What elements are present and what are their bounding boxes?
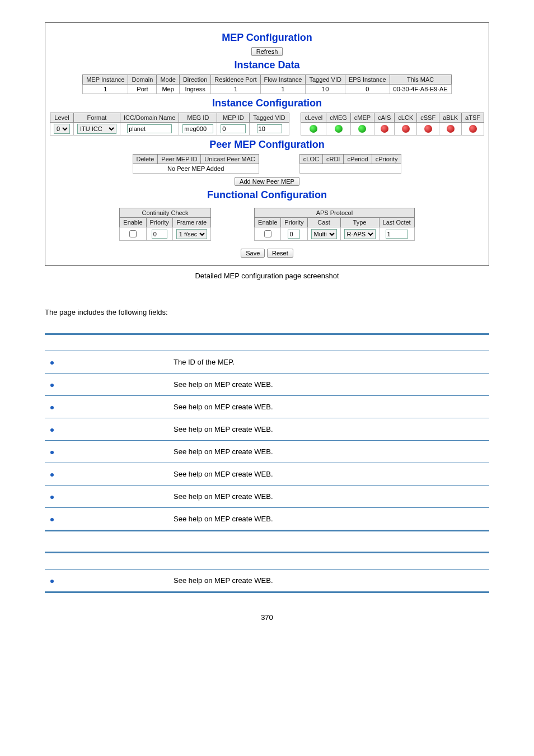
th: Delete [133, 155, 158, 164]
td: 00-30-4F-A8-E9-AE [390, 85, 451, 94]
aps-type-select[interactable]: R-APS [344, 229, 376, 239]
cmeg-dot [335, 125, 343, 133]
bullet-icon [50, 496, 54, 499]
aps-priority-input[interactable] [288, 230, 300, 239]
desc: See help on MEP create WEB. [168, 418, 489, 441]
instance-config-table: Level Format ICC/Domain Name MEG ID MEP … [50, 113, 484, 136]
cmep-dot [358, 125, 366, 133]
bullet-icon [50, 518, 54, 521]
aps-lastoctet-input[interactable] [386, 230, 408, 239]
td: 0 [345, 85, 390, 94]
bullet-icon [50, 473, 54, 477]
td: Port [128, 85, 157, 94]
instance-data-table: MEP Instance Domain Mode Direction Resid… [82, 74, 452, 94]
intro-text: The page includes the following fields: [45, 308, 489, 316]
th: Priority [146, 218, 172, 227]
bullet-icon [50, 428, 54, 432]
th: Cast [307, 218, 340, 227]
th: Peer MEP ID [158, 155, 201, 164]
td: 1 [83, 85, 128, 94]
level-select[interactable]: 0 [54, 124, 70, 134]
refresh-button[interactable]: Refresh [251, 47, 283, 56]
cssf-dot [424, 125, 432, 133]
th: ICC/Domain Name [120, 113, 179, 123]
th: Tagged VID [250, 113, 289, 123]
th: Format [74, 113, 120, 123]
aps-title: APS Protocol [255, 208, 415, 218]
th: EPS Instance [345, 75, 390, 85]
aps-cast-select[interactable]: Multi [311, 229, 337, 239]
megid-input[interactable] [182, 124, 213, 133]
atsf-dot [469, 125, 477, 133]
peer-mep-table: Delete Peer MEP ID Unicast Peer MAC cLOC… [133, 154, 402, 174]
mepid-input[interactable] [221, 124, 246, 133]
th: MEP ID [217, 113, 250, 123]
cc-priority-input[interactable] [152, 230, 167, 239]
td: Ingress [179, 85, 210, 94]
aps-protocol-table: APS Protocol Enable Priority Cast Type L… [254, 208, 415, 241]
taggedvid-input[interactable] [257, 124, 282, 133]
th: aTSF [462, 113, 484, 123]
th: Enable [255, 218, 281, 227]
td: 1 [260, 85, 306, 94]
object-table-1: The ID of the MEP. See help on MEP creat… [45, 333, 489, 531]
th: Level [50, 113, 74, 123]
th: cMEP [350, 113, 374, 123]
th: This MAC [390, 75, 451, 85]
object-table-2: See help on MEP create WEB. [45, 552, 489, 593]
th: Mode [157, 75, 180, 85]
th: Last Octet [379, 218, 414, 227]
no-peer-text: No Peer MEP Added [133, 164, 259, 174]
peer-mep-title: Peer MEP Configuration [50, 139, 484, 151]
desc: See help on MEP create WEB. [168, 441, 489, 463]
format-select[interactable]: ITU ICC [77, 124, 116, 134]
th: Residence Port [211, 75, 260, 85]
add-peer-button[interactable]: Add New Peer MEP [235, 177, 299, 186]
clevel-dot [310, 125, 317, 133]
functional-title: Functional Configuration [50, 189, 484, 201]
th: cMEG [326, 113, 351, 123]
aps-enable-checkbox[interactable] [264, 230, 271, 237]
th: Tagged VID [306, 75, 345, 85]
th: cPeriod [344, 155, 372, 164]
th: cSSF [417, 113, 439, 123]
mep-config-title: MEP Configuration [50, 32, 484, 44]
th: Unicast Peer MAC [201, 155, 259, 164]
th: MEP Instance [83, 75, 128, 85]
ablk-dot [447, 125, 455, 133]
th: Frame rate [172, 218, 210, 227]
desc: See help on MEP create WEB. [168, 463, 489, 486]
th: Domain [128, 75, 157, 85]
cc-framerate-select[interactable]: 1 f/sec [176, 229, 207, 239]
page-number: 370 [45, 613, 489, 622]
th: cLCK [395, 113, 417, 123]
td: 1 [211, 85, 260, 94]
desc: The ID of the MEP. [168, 351, 489, 374]
th: aBLK [439, 113, 462, 123]
td: 10 [306, 85, 345, 94]
mep-config-screenshot: MEP Configuration Refresh Instance Data … [45, 22, 489, 266]
bullet-icon [50, 580, 54, 583]
th: Enable [120, 218, 146, 227]
desc: See help on MEP create WEB. [168, 396, 489, 418]
desc: See help on MEP create WEB. [168, 486, 489, 508]
icc-input[interactable] [127, 124, 172, 133]
bullet-icon [50, 361, 54, 365]
td: Mep [157, 85, 180, 94]
desc: See help on MEP create WEB. [168, 374, 489, 396]
th: Type [340, 218, 379, 227]
bullet-icon [50, 384, 54, 387]
continuity-check-table: Continuity Check Enable Priority Frame r… [119, 208, 211, 241]
instance-data-title: Instance Data [50, 59, 484, 71]
th: cPriority [372, 155, 401, 164]
th: cRDI [322, 155, 343, 164]
cc-enable-checkbox[interactable] [129, 230, 137, 237]
desc: See help on MEP create WEB. [168, 508, 489, 531]
cais-dot [381, 125, 388, 133]
save-button[interactable]: Save [241, 249, 265, 258]
th: MEG ID [179, 113, 217, 123]
th: Direction [179, 75, 210, 85]
instance-config-title: Instance Configuration [50, 97, 484, 109]
reset-button[interactable]: Reset [267, 249, 293, 258]
figure-caption: Detailed MEP configuration page screensh… [45, 272, 489, 280]
